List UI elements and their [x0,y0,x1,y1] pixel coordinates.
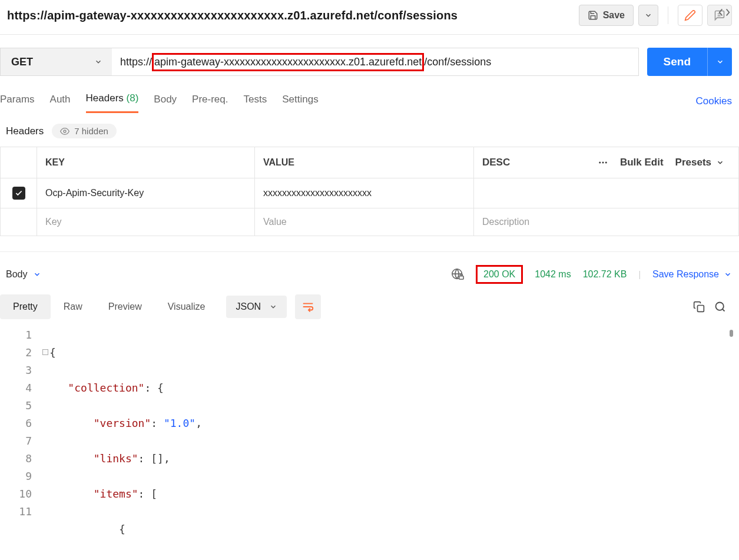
format-select[interactable]: JSON [226,296,287,318]
url-host-highlight: apim-gateway-xxxxxxxxxxxxxxxxxxxxxxx.z01… [152,53,424,71]
header-value-col: VALUE [255,147,474,178]
chevron-down-icon [716,58,724,66]
chevron-down-icon [716,158,724,167]
chevron-down-icon [269,303,277,311]
view-raw[interactable]: Raw [51,294,95,319]
save-icon [588,10,598,21]
header-value-input[interactable]: Value [255,208,474,236]
svg-point-5 [605,162,607,164]
save-label: Save [603,10,625,21]
tab-tests[interactable]: Tests [244,90,267,112]
headers-table: KEY VALUE DESC Bulk Edit Presets Ocp-Api… [0,147,739,236]
response-size: 102.72 KB [583,269,627,280]
wrap-lines-button[interactable] [295,294,321,319]
headers-section-title: Headers [6,125,44,137]
ellipsis-icon [598,157,608,168]
svg-point-10 [716,303,724,310]
send-button[interactable]: Send [647,48,707,76]
tab-headers[interactable]: Headers (8) [86,89,139,113]
header-desc-input[interactable]: Description [474,208,739,236]
chevron-down-icon [724,270,732,279]
svg-point-3 [599,162,601,164]
method-value: GET [11,56,33,68]
svg-point-2 [64,130,66,132]
url-input[interactable]: https://apim-gateway-xxxxxxxxxxxxxxxxxxx… [112,48,639,76]
presets-button[interactable]: Presets [675,157,724,168]
hidden-headers-chip[interactable]: 7 hidden [52,124,117,138]
svg-rect-7 [459,276,463,280]
header-key-input[interactable]: Key [37,208,255,236]
eye-icon [60,127,69,136]
tab-params[interactable]: Params [0,90,35,112]
pencil-icon [684,9,696,21]
more-button[interactable] [598,157,608,168]
headers-count: (8) [127,92,139,104]
tab-body[interactable]: Body [154,90,177,112]
code-sidebar-icon[interactable] [718,6,731,19]
svg-rect-9 [698,306,704,312]
response-time: 1042 ms [535,269,571,280]
response-body-editor[interactable]: 1234567891011 { "collection": { "version… [0,319,739,560]
view-pretty[interactable]: Pretty [0,294,51,319]
scrollbar-thumb[interactable] [730,330,733,337]
search-icon [714,301,726,313]
bulk-edit-button[interactable]: Bulk Edit [620,157,664,168]
header-enabled-checkbox[interactable] [12,187,25,200]
header-value-cell[interactable]: xxxxxxxxxxxxxxxxxxxxxxx [255,178,474,208]
view-visualize[interactable]: Visualize [155,294,218,319]
tab-prereq[interactable]: Pre-req. [192,90,228,112]
save-button[interactable]: Save [579,5,634,26]
svg-point-4 [602,162,604,164]
chevron-down-icon [33,270,41,279]
copy-icon [693,301,705,313]
copy-button[interactable] [693,301,705,313]
save-dropdown[interactable] [638,5,658,26]
network-icon[interactable] [451,268,464,281]
view-preview[interactable]: Preview [95,294,155,319]
edit-button[interactable] [678,5,702,26]
header-row[interactable]: Ocp-Apim-Security-Key xxxxxxxxxxxxxxxxxx… [1,178,739,208]
tab-auth[interactable]: Auth [50,90,71,112]
response-body-dropdown[interactable]: Body [6,269,41,280]
send-dropdown[interactable] [707,48,732,76]
svg-line-11 [723,309,725,312]
header-desc-cell[interactable] [474,178,739,208]
chevron-down-icon [644,11,652,19]
tab-settings[interactable]: Settings [282,90,318,112]
header-desc-col: DESC [482,157,510,168]
method-select[interactable]: GET [0,48,112,76]
code-content: { "collection": { "version": "1.0", "lin… [42,326,739,560]
chevron-down-icon [94,58,102,66]
wrap-icon [301,300,314,313]
search-button[interactable] [714,301,726,313]
line-gutter: 1234567891011 [0,326,42,560]
request-title: https://apim-gateway-xxxxxxxxxxxxxxxxxxx… [7,9,579,22]
status-code: 200 OK [476,265,523,284]
header-key-col: KEY [37,147,255,178]
header-key-cell[interactable]: Ocp-Apim-Security-Key [37,178,255,208]
globe-lock-icon [451,268,464,281]
save-response-button[interactable]: Save Response [652,269,732,280]
header-new-row[interactable]: Key Value Description [1,208,739,236]
check-icon [15,189,23,197]
cookies-link[interactable]: Cookies [696,95,739,107]
